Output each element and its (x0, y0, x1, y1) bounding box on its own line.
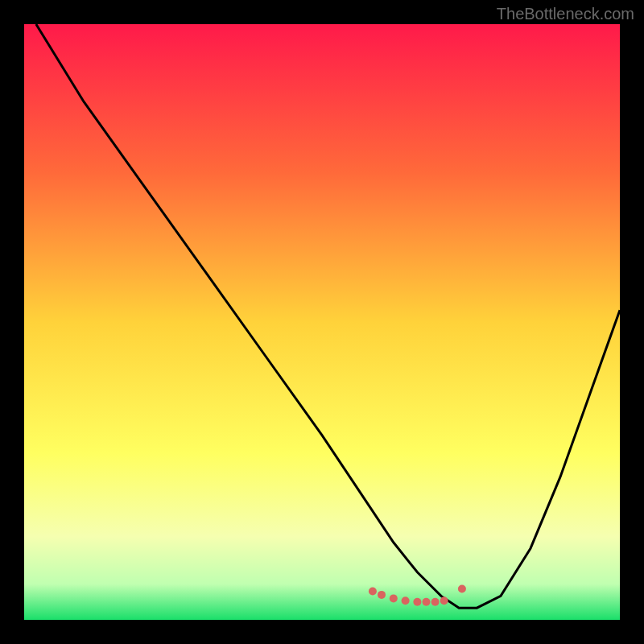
watermark-text: TheBottleneck.com (497, 5, 634, 23)
highlight-dot (378, 591, 386, 599)
bottleneck-chart (24, 24, 620, 620)
highlight-dot (423, 598, 431, 606)
highlight-dot (369, 588, 377, 596)
highlight-dot (458, 585, 466, 593)
highlight-dot (390, 594, 398, 602)
highlight-dot (402, 597, 410, 605)
gradient-background (24, 24, 620, 620)
highlight-dot (413, 598, 421, 606)
highlight-dot (440, 597, 448, 605)
chart-container (24, 24, 620, 620)
highlight-dot (431, 598, 440, 606)
